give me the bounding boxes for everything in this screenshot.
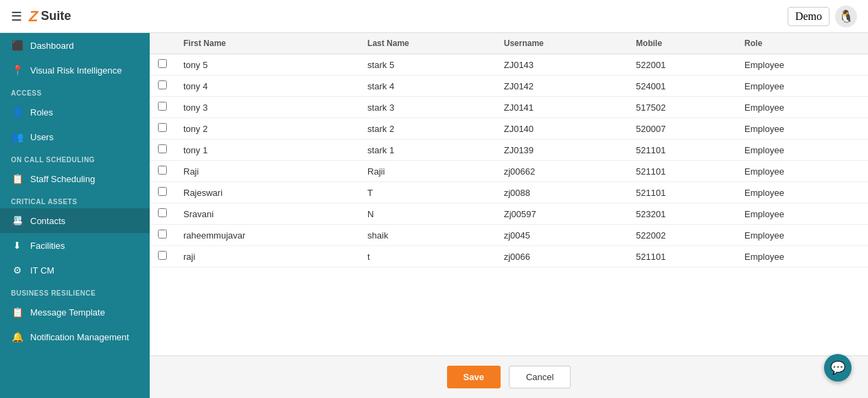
row-checkbox-6[interactable] [158, 187, 167, 196]
row-checkbox-8[interactable] [158, 230, 167, 239]
row-checkbox-cell[interactable] [150, 76, 175, 97]
row-username: zj0066 [496, 246, 628, 267]
col-mobile: Mobile [628, 33, 736, 54]
sidebar-item-label-notification: Notification Management [30, 332, 129, 342]
row-last-name: stark 4 [359, 76, 496, 97]
action-bar: Save Cancel [150, 355, 868, 398]
row-mobile: 520007 [628, 118, 736, 140]
row-mobile: 522001 [628, 54, 736, 76]
roles-icon: 👤 [11, 107, 23, 118]
table-scroll-wrapper[interactable]: First Name Last Name Username Mobile Rol… [150, 33, 868, 267]
table-container: First Name Last Name Username Mobile Rol… [150, 33, 868, 355]
row-role: Employee [736, 76, 868, 97]
sidebar-item-label-dashboard: Dashboard [30, 41, 74, 51]
row-role: Employee [736, 118, 868, 140]
notification-icon: 🔔 [11, 331, 23, 342]
avatar-icon[interactable]: 🐧 [835, 5, 857, 27]
sidebar-item-dashboard[interactable]: ⬛ Dashboard [0, 33, 150, 58]
logo: Z Suite [29, 8, 71, 25]
table-row: tony 2 stark 2 ZJ0140 520007 Employee [150, 118, 868, 140]
row-first-name: Sravani [175, 203, 359, 225]
row-role: Employee [736, 182, 868, 203]
hamburger-icon[interactable]: ☰ [11, 9, 22, 24]
section-business-resilience: BUSINESS RESILIENCE [0, 283, 150, 300]
row-last-name: stark 1 [359, 140, 496, 161]
row-checkbox-9[interactable] [158, 251, 167, 260]
row-first-name: Raji [175, 161, 359, 182]
row-role: Employee [736, 246, 868, 267]
sidebar-item-message-template[interactable]: 📋 Message Template [0, 300, 150, 324]
row-last-name: t [359, 246, 496, 267]
cancel-button[interactable]: Cancel [509, 366, 571, 388]
row-username: ZJ0139 [496, 140, 628, 161]
col-role: Role [736, 33, 868, 54]
row-mobile: 522002 [628, 225, 736, 246]
row-mobile: 523201 [628, 203, 736, 225]
row-role: Employee [736, 161, 868, 182]
row-username: zj0088 [496, 182, 628, 203]
row-checkbox-0[interactable] [158, 59, 167, 68]
row-checkbox-3[interactable] [158, 123, 167, 132]
row-mobile: 521101 [628, 140, 736, 161]
row-first-name: Rajeswari [175, 182, 359, 203]
logo-z: Z [29, 8, 38, 25]
row-role: Employee [736, 54, 868, 76]
row-first-name: tony 3 [175, 97, 359, 118]
col-last-name: Last Name [359, 33, 496, 54]
logo-text: Suite [41, 9, 71, 23]
row-checkbox-2[interactable] [158, 102, 167, 111]
row-checkbox-cell[interactable] [150, 54, 175, 76]
col-first-name: First Name [175, 33, 359, 54]
header-left: ☰ Z Suite [11, 8, 71, 25]
sidebar: ⬛ Dashboard 📍 Visual Risk Intelligence A… [0, 33, 150, 398]
row-checkbox-cell[interactable] [150, 161, 175, 182]
row-checkbox-7[interactable] [158, 208, 167, 217]
row-checkbox-cell[interactable] [150, 140, 175, 161]
sidebar-item-label-vri: Visual Risk Intelligence [30, 65, 122, 76]
itcm-icon: ⚙ [11, 265, 23, 276]
row-checkbox-cell[interactable] [150, 97, 175, 118]
sidebar-item-label-roles: Roles [30, 107, 53, 118]
sidebar-item-roles[interactable]: 👤 Roles [0, 100, 150, 124]
row-checkbox-4[interactable] [158, 144, 167, 153]
sidebar-item-facilities[interactable]: ⬇ Facilities [0, 233, 150, 258]
table-row: Raji Rajii zj00662 521101 Employee [150, 161, 868, 182]
sidebar-item-staff-scheduling[interactable]: 📋 Staff Scheduling [0, 166, 150, 191]
chat-bubble[interactable]: 💬 [824, 354, 852, 382]
sidebar-item-itcm[interactable]: ⚙ IT CM [0, 258, 150, 283]
row-first-name: tony 2 [175, 118, 359, 140]
row-checkbox-cell[interactable] [150, 225, 175, 246]
row-last-name: N [359, 203, 496, 225]
sidebar-item-contacts[interactable]: 📇 Contacts [0, 208, 150, 233]
row-last-name: stark 3 [359, 97, 496, 118]
row-mobile: 521101 [628, 182, 736, 203]
chat-icon: 💬 [830, 360, 845, 375]
table-row: Rajeswari T zj0088 521101 Employee [150, 182, 868, 203]
row-username: zj00662 [496, 161, 628, 182]
row-role: Employee [736, 97, 868, 118]
sidebar-item-label-contacts: Contacts [30, 216, 65, 226]
staff-scheduling-icon: 📋 [11, 173, 23, 184]
contacts-icon: 📇 [11, 215, 23, 226]
sidebar-item-notification-management[interactable]: 🔔 Notification Management [0, 324, 150, 349]
table-row: tony 5 stark 5 ZJ0143 522001 Employee [150, 54, 868, 76]
sidebar-item-users[interactable]: 👥 Users [0, 124, 150, 149]
row-username: ZJ0141 [496, 97, 628, 118]
header: ☰ Z Suite Demo 🐧 [0, 0, 868, 33]
row-checkbox-1[interactable] [158, 80, 167, 89]
row-checkbox-cell[interactable] [150, 246, 175, 267]
row-username: zj0045 [496, 225, 628, 246]
sidebar-item-visual-risk[interactable]: 📍 Visual Risk Intelligence [0, 58, 150, 82]
row-checkbox-cell[interactable] [150, 203, 175, 225]
row-username: ZJ0143 [496, 54, 628, 76]
message-template-icon: 📋 [11, 307, 23, 318]
row-mobile: 517502 [628, 97, 736, 118]
row-checkbox-cell[interactable] [150, 118, 175, 140]
row-last-name: T [359, 182, 496, 203]
row-last-name: stark 5 [359, 54, 496, 76]
save-button[interactable]: Save [447, 366, 501, 388]
section-on-call: ON CALL SCHEDULING [0, 149, 150, 166]
row-checkbox-5[interactable] [158, 166, 167, 175]
row-last-name: shaik [359, 225, 496, 246]
row-checkbox-cell[interactable] [150, 182, 175, 203]
